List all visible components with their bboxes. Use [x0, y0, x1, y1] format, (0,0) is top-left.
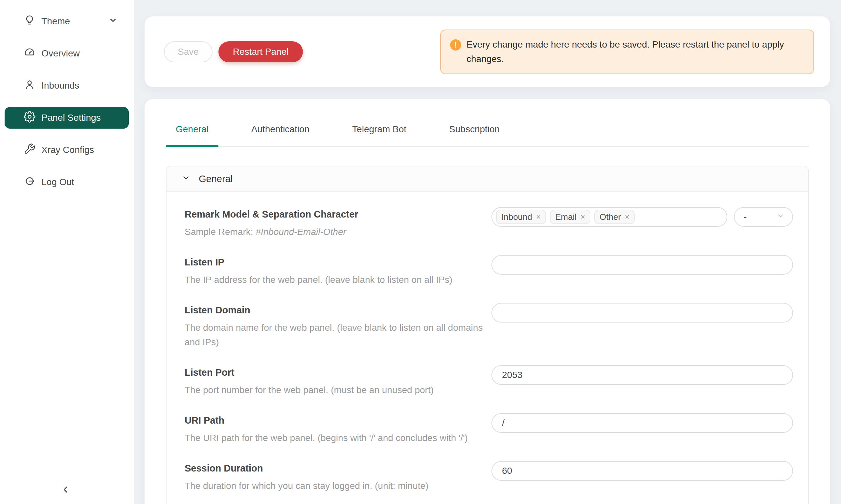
- sidebar-item-label: Panel Settings: [41, 112, 101, 123]
- sidebar-item-xray-configs[interactable]: Xray Configs: [5, 139, 129, 161]
- chevron-down-icon: [777, 212, 785, 222]
- remark-label: Remark Model & Separation Character: [185, 208, 492, 221]
- form-row-uri-path: URI Path The URI path for the web panel.…: [167, 405, 808, 453]
- general-panel-header[interactable]: General: [167, 166, 808, 192]
- sidebar-item-label: Xray Configs: [41, 145, 94, 155]
- listen-domain-label: Listen Domain: [185, 304, 492, 317]
- remark-description: Sample Remark: #Inbound-Email-Other: [185, 225, 492, 239]
- general-collapse-panel: General Remark Model & Separation Charac…: [166, 166, 809, 504]
- listen-port-description: The port number for the web panel. (must…: [185, 383, 492, 397]
- settings-card: General Authentication Telegram Bot Subs…: [144, 99, 830, 504]
- sample-remark-value: #Inbound-Email-Other: [256, 227, 346, 237]
- form-row-pagination-size: Pagination Size: [167, 501, 808, 504]
- remove-tag-icon[interactable]: ×: [536, 212, 541, 221]
- form-row-session-duration: Session Duration The duration for which …: [167, 453, 808, 501]
- wrench-icon: [24, 143, 35, 157]
- logout-icon: [24, 175, 35, 189]
- sidebar-collapse-button[interactable]: [58, 483, 73, 498]
- listen-domain-input[interactable]: [492, 303, 793, 323]
- sidebar-item-label: Theme: [41, 16, 70, 26]
- tab-general[interactable]: General: [166, 120, 219, 146]
- tag-inbound: Inbound ×: [496, 210, 546, 224]
- sidebar-item-overview[interactable]: Overview: [5, 43, 129, 64]
- sidebar-item-panel-settings[interactable]: Panel Settings: [5, 107, 129, 129]
- panel-title: General: [199, 174, 233, 184]
- restart-warning-alert: ! Every change made here needs to be sav…: [440, 30, 814, 74]
- form-row-listen-ip: Listen IP The IP address for the web pan…: [167, 247, 808, 295]
- separator-value: -: [744, 212, 747, 222]
- sidebar-item-theme[interactable]: Theme: [5, 11, 129, 32]
- form-row-listen-port: Listen Port The port number for the web …: [167, 357, 808, 405]
- listen-ip-input[interactable]: [492, 255, 793, 275]
- sidebar-item-log-out[interactable]: Log Out: [5, 171, 129, 193]
- user-icon: [24, 79, 35, 93]
- listen-port-input[interactable]: [492, 365, 793, 385]
- chevron-down-icon: [182, 174, 190, 184]
- tab-subscription[interactable]: Subscription: [439, 120, 510, 146]
- remove-tag-icon[interactable]: ×: [581, 212, 585, 221]
- form-row-remark: Remark Model & Separation Character Samp…: [167, 199, 808, 247]
- actions-card: Save Restart Panel ! Every change made h…: [144, 16, 830, 87]
- save-button[interactable]: Save: [164, 41, 212, 62]
- warning-icon: !: [450, 39, 461, 51]
- listen-port-label: Listen Port: [185, 366, 492, 379]
- session-duration-description: The duration for which you can stay logg…: [185, 479, 492, 493]
- sidebar-item-label: Log Out: [41, 177, 74, 187]
- tab-authentication[interactable]: Authentication: [241, 120, 319, 146]
- session-duration-label: Session Duration: [185, 462, 492, 475]
- session-duration-input[interactable]: [492, 461, 793, 481]
- uri-path-label: URI Path: [185, 414, 492, 427]
- sidebar-item-label: Inbounds: [41, 80, 79, 91]
- tag-email: Email ×: [550, 210, 590, 224]
- sidebar-item-inbounds[interactable]: Inbounds: [5, 75, 129, 96]
- uri-path-description: The URI path for the web panel. (begins …: [185, 431, 492, 445]
- chevron-left-icon: [61, 485, 71, 496]
- chevron-down-icon[interactable]: [108, 16, 118, 27]
- alert-text: Every change made here needs to be saved…: [466, 37, 804, 66]
- listen-domain-description: The domain name for the web panel. (leav…: [185, 321, 492, 349]
- listen-ip-description: The IP address for the web panel. (leave…: [185, 273, 492, 287]
- listen-ip-label: Listen IP: [185, 256, 492, 269]
- uri-path-input[interactable]: [492, 413, 793, 433]
- tab-telegram-bot[interactable]: Telegram Bot: [342, 120, 416, 146]
- remark-model-multiselect[interactable]: Inbound × Email × Other ×: [492, 207, 727, 227]
- restart-panel-button[interactable]: Restart Panel: [219, 41, 303, 62]
- sidebar: Theme Overview Inbounds Panel Settings: [0, 0, 134, 504]
- dashboard-gauge-icon: [24, 47, 35, 61]
- separator-select[interactable]: -: [734, 207, 793, 227]
- gear-icon: [24, 111, 35, 125]
- form-row-listen-domain: Listen Domain The domain name for the we…: [167, 295, 808, 357]
- remove-tag-icon[interactable]: ×: [625, 212, 630, 221]
- sidebar-item-label: Overview: [41, 48, 80, 59]
- tag-other: Other ×: [594, 210, 635, 224]
- lightbulb-icon: [24, 15, 35, 29]
- settings-tabs: General Authentication Telegram Bot Subs…: [166, 120, 809, 147]
